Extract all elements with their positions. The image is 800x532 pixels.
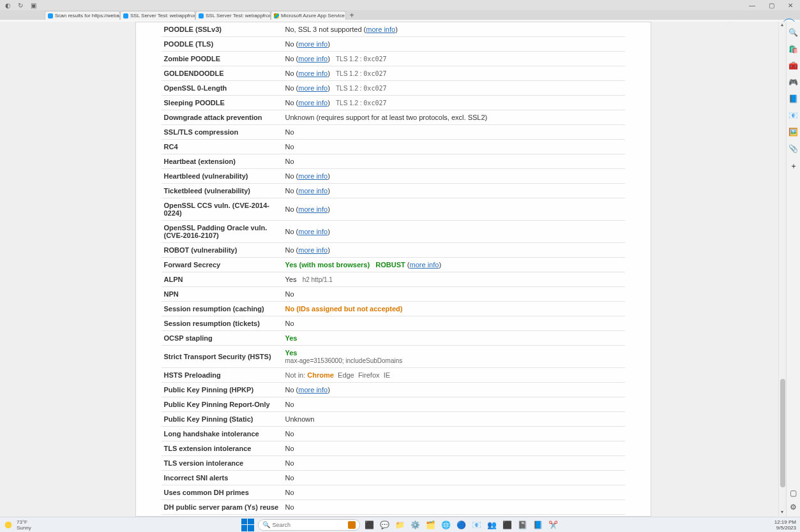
sidebar-office-icon[interactable]: 📘 [789,94,798,103]
table-row: Zombie POODLENo (more info) TLS 1.2 : 0x… [162,52,625,66]
row-value: No (more info) TLS 1.2 : 0xc027 [283,66,625,81]
weather-cond: Sunny [17,525,31,531]
sidebar-settings-icon[interactable]: ⚙ [790,503,797,512]
teams-icon[interactable]: 👥 [487,519,498,531]
titlebar: ◐ ↻ ▣ — ▢ ✕ [0,0,800,10]
row-label: Heartbeat (extension) [162,154,283,169]
row-value: No (more info) [283,243,625,258]
sidebar-image-icon[interactable]: 🖼️ [789,128,798,137]
table-row: Session resumption (tickets)No [162,316,625,331]
row-value: No (more info) [283,169,625,184]
more-info-link[interactable]: more info [298,228,328,235]
row-label: Forward Secrecy [162,258,283,272]
scrollbar[interactable]: ▴ ▾ [778,22,786,517]
table-row: POODLE (SSLv3)No, SSL 3 not supported (m… [162,22,625,37]
tab-1[interactable]: Scan results for https://webapp…✕ [45,11,120,20]
edge-sidebar: 🔍 🛍️ 🧰 🎮 📘 📧 🖼️ 📎 ＋ ▢ ⚙ [786,22,800,517]
file-explorer-icon[interactable]: 📁 [395,519,406,531]
onenote-icon[interactable]: 📓 [517,519,529,531]
scroll-down[interactable]: ▾ [779,509,785,517]
scroll-thumb[interactable] [780,379,785,487]
new-tab-button[interactable]: + [346,11,358,20]
minimize-button[interactable]: — [743,2,762,9]
row-value: No, SSL 3 not supported (more info) [283,22,625,37]
row-label: Session resumption (caching) [162,302,283,316]
taskbar-search[interactable]: 🔍 [258,519,360,531]
sidebar-add-icon[interactable]: ＋ [790,161,797,172]
start-button[interactable] [241,519,254,531]
edge-icon[interactable]: 🌐 [441,519,452,531]
row-label: Downgrade attack prevention [162,110,283,125]
row-label: Public Key Pinning Report-Only [162,397,283,412]
more-info-link[interactable]: more info [298,84,328,92]
row-value: No [283,427,625,441]
row-value: No [283,140,625,154]
more-info-link[interactable]: more info [298,55,328,63]
close-window-button[interactable]: ✕ [781,2,800,9]
tab-3[interactable]: SSL Server Test: webappfrontdo…✕ [195,11,271,20]
sidebar-shopping-icon[interactable]: 🛍️ [789,45,798,54]
tab-2[interactable]: SSL Server Test: webappfrontdo…✕ [120,11,195,20]
table-row: OCSP staplingYes [162,331,625,346]
row-label: ALPN [162,272,283,287]
row-label: Public Key Pinning (HPKP) [162,383,283,397]
sidebar-search-icon[interactable]: 🔍 [789,28,798,37]
tab-4[interactable]: Microsoft Azure App Service - V…✕ [271,11,346,20]
table-row: TLS version intoleranceNo [162,456,625,471]
terminal-icon[interactable]: ⬛ [502,519,513,531]
word-icon[interactable]: 📘 [532,519,544,531]
table-row: RC4No [162,140,625,154]
system-clock[interactable]: 12:19 PM 9/5/2023 [774,519,800,531]
more-info-link[interactable]: more info [298,205,328,213]
row-value: No [283,441,625,456]
row-label: Strict Transport Security (HSTS) [162,346,283,368]
table-row: GOLDENDOODLENo (more info) TLS 1.2 : 0xc… [162,66,625,81]
outlook-app-icon[interactable]: 📧 [471,519,483,531]
chat-icon[interactable]: 💬 [379,519,391,531]
row-label: OpenSSL Padding Oracle vuln. (CVE-2016-2… [162,221,283,243]
scroll-up[interactable]: ▴ [779,22,785,29]
more-info-link[interactable]: more info [298,99,328,107]
row-value: Not in: Chrome Edge Firefox IE [283,368,625,383]
settings-app-icon[interactable]: ⚙️ [410,519,421,531]
more-info-link[interactable]: more info [298,70,328,77]
files-icon[interactable]: 🗂️ [425,519,437,531]
page-viewport: POODLE (SSLv3)No, SSL 3 not supported (m… [0,22,786,517]
profile-icon[interactable]: ◐ [4,1,11,9]
more-info-link[interactable]: more info [298,386,328,394]
maximize-button[interactable]: ▢ [762,2,781,9]
clock-time: 12:19 PM [774,519,796,525]
sidebar-drop-icon[interactable]: 📎 [789,144,798,153]
row-value: Unknown (requires support for at least t… [283,110,625,125]
row-value: No [283,456,625,471]
sidebar-tools-icon[interactable]: 🧰 [789,61,798,70]
more-info-link[interactable]: more info [298,40,328,48]
row-value: No (more info) [283,37,625,52]
table-row: Uses common DH primesNo [162,485,625,500]
sidebar-hide-icon[interactable]: ▢ [790,489,797,498]
chrome-icon[interactable]: 🔵 [456,519,467,531]
table-row: TLS extension intoleranceNo [162,441,625,456]
table-row: Public Key Pinning Report-OnlyNo [162,397,625,412]
more-info-link[interactable]: more info [366,26,395,33]
tab-4-title: Microsoft Azure App Service - V… [281,13,346,18]
weather-widget[interactable]: 73°F Sunny [0,519,31,531]
collections-icon[interactable]: ▣ [29,1,37,9]
sidebar-outlook-icon[interactable]: 📧 [789,111,798,120]
more-info-link[interactable]: more info [298,246,328,254]
search-input[interactable] [273,522,345,528]
row-label: SSL/TLS compression [162,125,283,140]
history-icon[interactable]: ↻ [17,1,24,9]
search-icon: 🔍 [262,521,270,528]
clock-date: 9/5/2023 [774,525,796,531]
sidebar-games-icon[interactable]: 🎮 [789,78,798,87]
row-label: POODLE (SSLv3) [162,22,283,37]
row-value: No (more info) TLS 1.2 : 0xc027 [283,81,625,96]
row-value: No [283,287,625,302]
more-info-link[interactable]: more info [298,187,328,195]
row-value: No (more info) [283,221,625,243]
more-info-link[interactable]: more info [298,172,328,180]
row-value: No (more info) TLS 1.2 : 0xc027 [283,52,625,66]
snip-icon[interactable]: ✂️ [548,519,559,531]
task-view-icon[interactable]: ⬛ [364,519,375,531]
